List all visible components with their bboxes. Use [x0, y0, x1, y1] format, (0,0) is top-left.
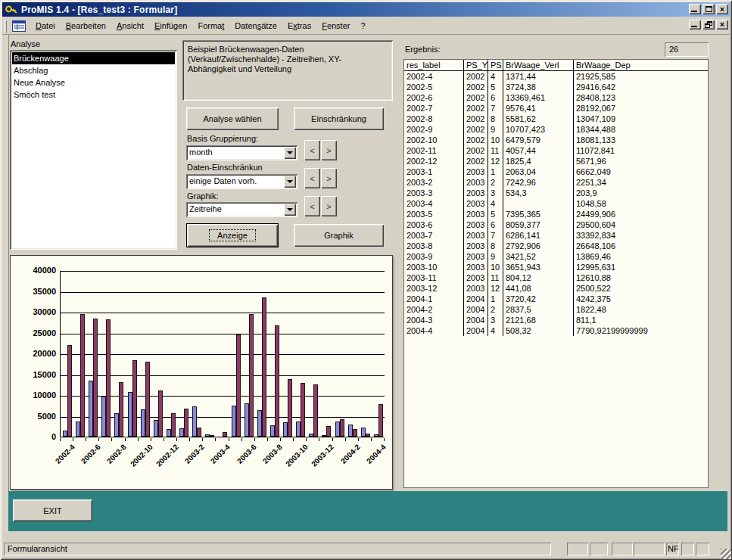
table-row[interactable]: 2003-12200312441,082500,522	[404, 283, 708, 294]
analyse-label: Analyse	[11, 39, 40, 48]
table-row[interactable]: 2003-320033534,3203,9	[404, 188, 708, 198]
graphik-prev-button[interactable]: <	[304, 196, 320, 216]
table-cell: 1	[488, 294, 503, 304]
table-row[interactable]: 2003-5200357395,36524499,906	[404, 209, 708, 219]
table-row[interactable]: 2002-102002106479,57918081,133	[404, 135, 708, 145]
table-row[interactable]: 2003-7200376286,14133392,834	[404, 230, 708, 241]
menu-item-hilfe[interactable]: ?	[355, 19, 370, 33]
table-row[interactable]: 2003-102003103651,94312995,631	[404, 262, 708, 272]
gruppierung-prev-button[interactable]: <	[304, 140, 320, 160]
analyse-list-item[interactable]: Smöch test	[12, 89, 175, 101]
menu-item-bearbeiten[interactable]: Bearbeiten	[61, 19, 111, 33]
timeseries-chart: 0500010000150002000025000300003500040000…	[10, 255, 393, 490]
graphik-button[interactable]: Graphik	[294, 224, 384, 247]
table-row[interactable]: 2003-11200311804,1212610,88	[404, 272, 708, 283]
table-row[interactable]: 2002-8200285581,6213047,109	[404, 114, 708, 124]
daten-einschraenkung-combo[interactable]: einige Daten vorh.	[186, 174, 297, 189]
table-cell: 7	[488, 230, 503, 241]
statusbar: Formularansicht NF	[2, 541, 730, 558]
table-row[interactable]: 2004-420044508,327790,92199999999	[404, 325, 708, 336]
status-panel	[634, 543, 665, 555]
table-row[interactable]: 2004-3200432121,68811,1	[404, 315, 708, 325]
table-row[interactable]: 2003-1200312063,046662,049	[404, 166, 708, 177]
menu-item-datei[interactable]: Datei	[30, 19, 61, 33]
table-cell: 1048,58	[574, 198, 708, 209]
table-header-row: res_labelPS_YPSBrWaage_VerlBrWaage_Dep	[404, 60, 708, 71]
anzeige-button[interactable]: Anzeige	[187, 224, 278, 247]
table-cell: 4	[488, 198, 503, 209]
table-cell: 2002-5	[404, 82, 464, 92]
table-cell: 2003-3	[404, 188, 464, 198]
menu-item-ansicht[interactable]: Ansicht	[111, 19, 149, 33]
close-button[interactable]: ×	[716, 4, 728, 14]
x-axis-tick	[111, 438, 112, 441]
restore-icon	[705, 21, 712, 28]
analyse-list-item[interactable]: Abschlag	[12, 64, 175, 76]
table-cell: 2003-4	[404, 198, 464, 209]
mdi-restore-button[interactable]	[702, 20, 715, 30]
table-row[interactable]: 2003-9200393421,5213869,46	[404, 251, 708, 262]
mdi-close-button[interactable]: ×	[716, 20, 728, 30]
table-row[interactable]: 2002-122002121825,45671,96	[404, 156, 708, 166]
table-cell: 28408,123	[574, 92, 708, 103]
column-header: PS_Y	[464, 60, 488, 70]
table-cell: 5581,62	[503, 114, 574, 124]
table-row[interactable]: 2002-7200279576,4128192,067	[404, 103, 708, 114]
einschraenkung-prev-button[interactable]: <	[304, 168, 320, 188]
menu-item-fenster[interactable]: Fenster	[316, 19, 355, 33]
table-cell: 2003-8	[404, 241, 464, 251]
menu-item-format[interactable]: Format	[192, 19, 229, 33]
daten-einschraenkung-label: Daten-Einschränkun	[187, 163, 263, 172]
table-cell: 12	[488, 283, 503, 294]
table-row[interactable]: 2004-2200422837,51822,48	[404, 304, 708, 315]
exit-button[interactable]: EXIT	[13, 499, 92, 521]
mdi-minimize-button[interactable]	[689, 20, 701, 30]
graphik-next-button[interactable]: >	[321, 196, 337, 216]
table-cell: 2002	[464, 71, 488, 82]
bar-BrWaage_Dep	[313, 384, 318, 437]
table-cell: 2004-1	[404, 294, 464, 304]
basis-gruppierung-label: Basis Gruppierung:	[187, 134, 258, 143]
menubar: DateiBearbeitenAnsichtEinfügenFormatDate…	[2, 17, 730, 35]
chevron-down-icon[interactable]	[284, 147, 296, 159]
graphik-combo[interactable]: Zeitreihe	[186, 202, 297, 217]
table-row[interactable]: 2002-92002910707,42318344,488	[404, 124, 708, 135]
toolbar-grip[interactable]	[5, 20, 7, 33]
menu-item-extras[interactable]: Extras	[282, 19, 316, 33]
ergebnis-label: Ergebnis:	[405, 45, 440, 54]
table-row[interactable]: 2002-62002613369,46128408,123	[404, 92, 708, 103]
table-cell: 12610,88	[574, 272, 708, 283]
x-axis-tick	[229, 438, 229, 441]
einschraenkung-next-button[interactable]: >	[321, 168, 337, 188]
table-row[interactable]: 2004-1200413720,424242,375	[404, 294, 708, 304]
menu-item-datensätze[interactable]: Datensätze	[229, 19, 282, 33]
x-axis-tick	[86, 438, 86, 441]
form-icon	[12, 20, 26, 32]
table-row[interactable]: 2003-4200341048,58	[404, 198, 708, 209]
table-row[interactable]: 2003-8200382792,90626648,106	[404, 241, 708, 251]
analyse-list-item[interactable]: Neue Analyse	[12, 76, 175, 89]
basis-gruppierung-combo[interactable]: month	[186, 145, 297, 160]
table-row[interactable]: 2002-112002114057,4411072,841	[404, 145, 708, 156]
table-row[interactable]: 2002-5200253724,3829416,642	[404, 82, 708, 92]
bar-BrWaage_Dep	[210, 435, 214, 437]
analyse-list-item[interactable]: Brückenwaage	[12, 52, 175, 64]
table-row[interactable]: 2002-4200241371,4421925,585	[404, 71, 708, 82]
table-row[interactable]: 2003-6200368059,37729500,604	[404, 219, 708, 230]
gruppierung-next-button[interactable]: >	[321, 140, 337, 160]
resize-grip[interactable]	[721, 549, 731, 559]
analyse-listbox[interactable]: BrückenwaageAbschlagNeue AnalyseSmöch te…	[10, 50, 177, 250]
table-cell: 2003	[464, 283, 488, 294]
minimize-button[interactable]	[689, 4, 701, 14]
table-cell: 3	[488, 188, 503, 198]
analyse-waehlen-button[interactable]: Analyse wählen	[186, 107, 279, 130]
y-axis-tick-label: 15000	[12, 370, 56, 379]
chevron-down-icon[interactable]	[284, 204, 296, 216]
x-axis-tick	[125, 438, 126, 441]
maximize-button[interactable]	[702, 4, 715, 14]
menu-item-einfügen[interactable]: Einfügen	[149, 19, 192, 33]
table-row[interactable]: 2003-2200327242,962251,34	[404, 177, 708, 188]
result-table[interactable]: res_labelPS_YPSBrWaage_VerlBrWaage_Dep20…	[403, 59, 709, 488]
einschraenkung-button[interactable]: Einschränkung	[294, 107, 384, 130]
chevron-down-icon[interactable]	[284, 176, 296, 188]
